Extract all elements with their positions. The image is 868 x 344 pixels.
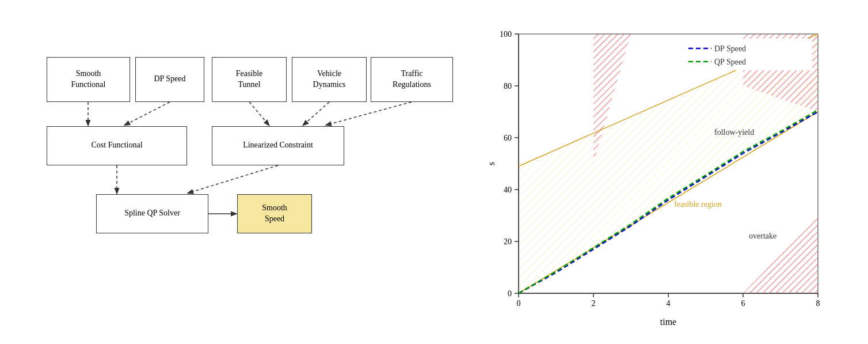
chart-svg: 0 2 4 6 8 0 20 40 60 80 100 time s (484, 11, 841, 334)
y-tick-0: 0 (508, 289, 512, 298)
vehicle-dynamics-box: VehicleDynamics (292, 57, 367, 102)
chart-panel: 0 2 4 6 8 0 20 40 60 80 100 time s (467, 5, 858, 339)
dp-speed-legend-label: DP Speed (714, 44, 746, 53)
y-tick-60: 60 (504, 134, 512, 142)
x-tick-6: 6 (741, 299, 745, 308)
feasible-region-label: feasible region (674, 200, 722, 209)
y-tick-100: 100 (500, 30, 512, 39)
x-tick-0: 0 (517, 299, 521, 308)
svg-line-3 (303, 102, 329, 125)
traffic-regulations-box: TrafficRegulations (371, 57, 453, 102)
svg-line-6 (188, 165, 278, 193)
x-tick-4: 4 (667, 299, 671, 308)
x-tick-2: 2 (592, 299, 596, 308)
y-tick-20: 20 (504, 237, 512, 246)
svg-line-2 (249, 102, 269, 125)
legend-box (686, 39, 812, 70)
svg-line-4 (326, 102, 412, 125)
flow-diagram-panel: SmoothFunctional DP Speed FeasibleTunnel… (10, 0, 447, 344)
cost-functional-box: Cost Functional (47, 126, 187, 165)
qp-speed-legend-label: QP Speed (714, 58, 746, 66)
overtake-label: overtake (749, 232, 776, 240)
spline-qp-solver-box: Spline QP Solver (96, 194, 208, 233)
chart-container: 0 2 4 6 8 0 20 40 60 80 100 time s (484, 11, 841, 334)
x-axis-label: time (660, 317, 676, 327)
smooth-speed-box: SmoothSpeed (237, 194, 312, 233)
y-tick-40: 40 (504, 186, 512, 194)
feasible-tunnel-box: FeasibleTunnel (212, 57, 287, 102)
x-tick-8: 8 (816, 299, 820, 308)
svg-line-1 (125, 102, 170, 125)
y-tick-80: 80 (504, 82, 512, 90)
dp-speed-box: DP Speed (135, 57, 204, 102)
y-axis-label: s (486, 161, 496, 165)
linearized-constraint-box: Linearized Constraint (212, 126, 344, 165)
smooth-functional-box: SmoothFunctional (47, 57, 130, 102)
follow-yield-label: follow-yield (714, 128, 754, 137)
flow-diagram: SmoothFunctional DP Speed FeasibleTunnel… (21, 51, 436, 293)
